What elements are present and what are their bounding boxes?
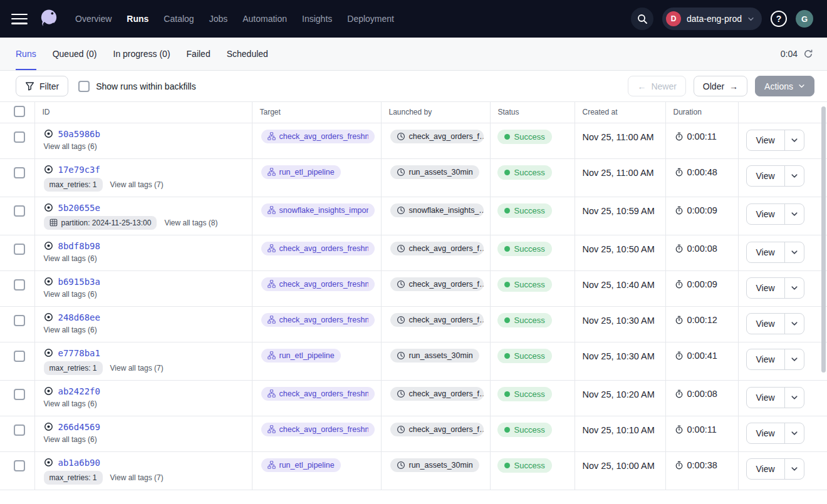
row-checkbox[interactable] [14, 389, 25, 400]
launched-by-pill[interactable]: snowflake_insights_… [390, 203, 484, 217]
actions-button[interactable]: Actions [755, 76, 814, 96]
row-checkbox[interactable] [14, 351, 25, 362]
run-id-link[interactable]: 8bdf8b98 [58, 241, 100, 251]
run-id-link[interactable]: ab1a6b90 [58, 458, 100, 468]
run-id-link[interactable]: 17e79c3f [58, 165, 100, 175]
view-run-button[interactable]: View [747, 204, 785, 224]
view-options-chevron-icon[interactable] [785, 423, 804, 443]
nav-jobs[interactable]: Jobs [209, 14, 228, 24]
run-tag-pill[interactable]: max_retries: 1 [44, 471, 103, 485]
run-id-link[interactable]: 5b20655e [58, 203, 100, 213]
view-run-button[interactable]: View [747, 242, 785, 262]
row-checkbox[interactable] [14, 460, 25, 471]
view-options-chevron-icon[interactable] [785, 204, 804, 224]
view-all-tags-link[interactable]: View all tags (6) [44, 399, 97, 408]
vertical-scrollbar[interactable] [821, 106, 826, 373]
refresh-icon[interactable] [803, 49, 813, 59]
row-checkbox[interactable] [14, 315, 25, 326]
newer-button[interactable]: ← Newer [628, 76, 685, 96]
launched-by-pill[interactable]: run_assets_30min [390, 349, 479, 363]
launched-by-pill[interactable]: check_avg_orders_f… [390, 387, 484, 401]
nav-catalog[interactable]: Catalog [164, 14, 194, 24]
older-button[interactable]: Older → [694, 76, 747, 96]
view-options-chevron-icon[interactable] [785, 242, 804, 262]
view-all-tags-link[interactable]: View all tags (7) [110, 473, 164, 482]
view-all-tags-link[interactable]: View all tags (6) [44, 435, 97, 444]
view-run-button[interactable]: View [747, 278, 785, 298]
target-asset-pill[interactable]: check_avg_orders_freshne [261, 387, 375, 401]
tab-failed[interactable]: Failed [187, 38, 211, 70]
row-checkbox[interactable] [14, 244, 25, 255]
view-all-tags-link[interactable]: View all tags (8) [164, 219, 217, 227]
nav-insights[interactable]: Insights [302, 14, 332, 24]
user-avatar[interactable]: G [796, 10, 813, 28]
target-asset-pill[interactable]: check_avg_orders_freshne [261, 313, 375, 327]
nav-runs[interactable]: Runs [127, 14, 148, 24]
view-options-chevron-icon[interactable] [785, 388, 804, 408]
row-checkbox[interactable] [14, 167, 25, 178]
run-id-link[interactable]: ab2422f0 [58, 386, 100, 396]
nav-automation[interactable]: Automation [242, 14, 287, 24]
view-options-chevron-icon[interactable] [785, 349, 804, 369]
launched-by-pill[interactable]: check_avg_orders_f… [390, 423, 484, 436]
row-checkbox[interactable] [14, 131, 25, 143]
view-all-tags-link[interactable]: View all tags (6) [44, 290, 97, 299]
select-all-checkbox[interactable] [14, 106, 25, 117]
view-options-chevron-icon[interactable] [785, 166, 804, 186]
view-all-tags-link[interactable]: View all tags (7) [110, 180, 164, 189]
tab-scheduled[interactable]: Scheduled [227, 38, 268, 70]
row-checkbox[interactable] [14, 424, 25, 436]
target-asset-pill[interactable]: snowflake_insights_import [261, 203, 375, 217]
launched-by-pill[interactable]: check_avg_orders_f… [390, 313, 484, 327]
help-icon[interactable]: ? [771, 11, 787, 27]
tab-queued[interactable]: Queued (0) [53, 38, 97, 70]
run-id-link[interactable]: 248d68ee [58, 312, 100, 322]
run-tag-pill[interactable]: max_retries: 1 [44, 361, 103, 375]
target-asset-pill[interactable]: check_avg_orders_freshne [261, 423, 375, 436]
target-asset-pill[interactable]: check_avg_orders_freshne [261, 130, 375, 143]
target-asset-pill[interactable]: run_etl_pipeline [261, 165, 341, 179]
run-id-link[interactable]: 50a5986b [58, 129, 100, 139]
view-all-tags-link[interactable]: View all tags (6) [44, 326, 97, 334]
view-run-button[interactable]: View [747, 314, 785, 334]
run-tag-pill[interactable]: partition: 2024-11-25-13:00 [44, 216, 157, 230]
nav-deployment[interactable]: Deployment [347, 14, 394, 24]
view-all-tags-link[interactable]: View all tags (6) [44, 254, 97, 263]
tab-runs[interactable]: Runs [16, 38, 36, 70]
view-run-button[interactable]: View [747, 349, 785, 369]
row-checkbox[interactable] [14, 279, 25, 291]
view-options-chevron-icon[interactable] [785, 459, 804, 479]
run-id-link[interactable]: 266d4569 [58, 422, 100, 432]
view-run-button[interactable]: View [747, 166, 785, 186]
tab-in-progress[interactable]: In progress (0) [113, 38, 170, 70]
view-all-tags-link[interactable]: View all tags (7) [110, 364, 164, 373]
launched-by-pill[interactable]: check_avg_orders_f… [390, 277, 484, 291]
target-asset-pill[interactable]: check_avg_orders_freshne [261, 277, 375, 291]
target-asset-pill[interactable]: check_avg_orders_freshne [261, 242, 375, 255]
dagster-logo[interactable] [38, 8, 60, 30]
deployment-switcher[interactable]: D data-eng-prod [662, 8, 762, 30]
view-run-button[interactable]: View [747, 423, 785, 443]
view-all-tags-link[interactable]: View all tags (6) [44, 142, 97, 151]
view-run-button[interactable]: View [747, 459, 785, 479]
launched-by-pill[interactable]: run_assets_30min [390, 458, 479, 472]
run-id-link[interactable]: b6915b3a [58, 277, 100, 287]
filter-button[interactable]: Filter [16, 76, 68, 96]
run-id-link[interactable]: e7778ba1 [58, 348, 100, 358]
search-button[interactable] [631, 8, 653, 30]
launched-by-pill[interactable]: check_avg_orders_f… [390, 130, 484, 143]
row-checkbox[interactable] [14, 205, 25, 217]
launched-by-pill[interactable]: check_avg_orders_f… [390, 242, 484, 255]
show-backfills-checkbox[interactable] [78, 81, 90, 92]
view-options-chevron-icon[interactable] [785, 130, 804, 150]
run-tag-pill[interactable]: max_retries: 1 [44, 178, 103, 192]
menu-icon[interactable] [11, 14, 28, 24]
launched-by-pill[interactable]: run_assets_30min [390, 165, 479, 179]
nav-overview[interactable]: Overview [75, 14, 112, 24]
view-run-button[interactable]: View [747, 388, 785, 408]
view-options-chevron-icon[interactable] [785, 278, 804, 298]
target-asset-pill[interactable]: run_etl_pipeline [261, 458, 341, 472]
view-options-chevron-icon[interactable] [785, 314, 804, 334]
target-asset-pill[interactable]: run_etl_pipeline [261, 349, 341, 363]
view-run-button[interactable]: View [747, 130, 785, 150]
